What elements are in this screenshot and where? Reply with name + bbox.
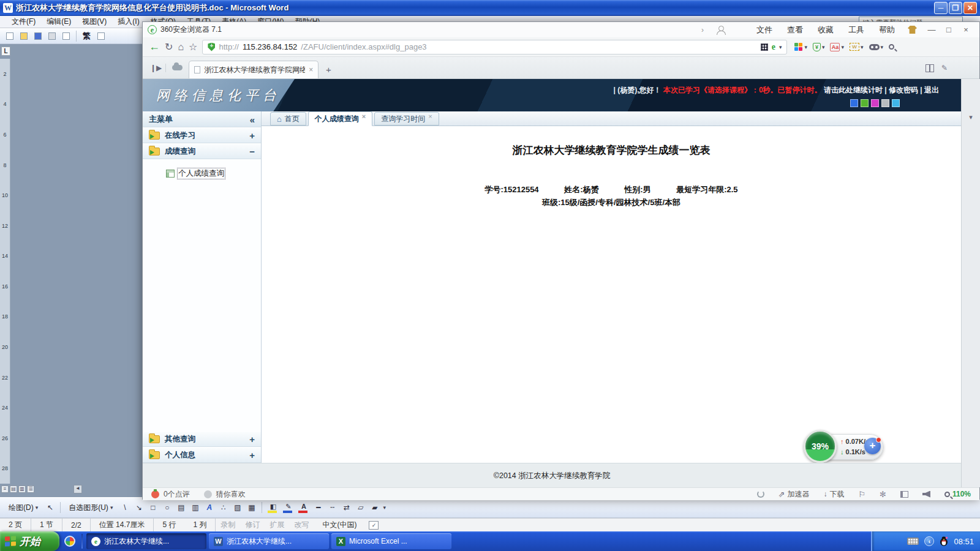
arrow-tool-icon[interactable]: ↘: [133, 502, 145, 514]
chevron-right-icon[interactable]: ›: [695, 26, 710, 34]
note-pen-icon[interactable]: ✎: [941, 64, 948, 72]
diagram-icon[interactable]: ∴: [217, 502, 229, 514]
browser-close-button[interactable]: ×: [957, 25, 974, 34]
games-button[interactable]: ▾: [869, 44, 884, 50]
change-password-link[interactable]: 修改密码: [889, 86, 918, 94]
report-site-button[interactable]: ⚐: [858, 490, 865, 499]
hscroll-left-arrow[interactable]: ◄: [74, 485, 82, 493]
autoshapes-menu-button[interactable]: 自选图形(U) ▾: [65, 501, 116, 514]
sidebar-item-personal-score-query[interactable]: 个人成绩查询: [166, 168, 225, 179]
cloud-sync-icon[interactable]: [172, 65, 183, 70]
refresh-icon[interactable]: ↻: [165, 41, 173, 53]
gauge-add-button[interactable]: +: [864, 438, 881, 454]
qr-code-icon[interactable]: [761, 43, 768, 51]
oval-tool-icon[interactable]: ○: [161, 502, 173, 514]
logout-link[interactable]: 退出: [924, 86, 939, 94]
browser-tab[interactable]: 浙江农林大学继续教育学院网络信息化 ×: [189, 61, 318, 78]
task-browser[interactable]: e 浙江农林大学继续...: [86, 533, 206, 549]
tab-close-icon[interactable]: ×: [362, 113, 366, 120]
comments-count[interactable]: 0个点评: [164, 489, 190, 500]
speed-gauge-widget[interactable]: ↑ 0.07K/s ↓ 0.1K/s 39% +: [804, 429, 883, 465]
skin-color-swatch[interactable]: [892, 99, 900, 107]
word-menu-item[interactable]: 视图(V): [77, 15, 112, 28]
save-icon[interactable]: [32, 30, 44, 42]
search-icon[interactable]: [889, 44, 894, 50]
word-menu-item[interactable]: 编辑(E): [41, 15, 77, 28]
word-menu-item[interactable]: 插入(I): [112, 15, 145, 28]
skin-button-icon[interactable]: [908, 26, 917, 34]
tab-overflow-icon[interactable]: ▾: [962, 113, 980, 121]
skin-color-swatch[interactable]: [871, 99, 879, 107]
browser-menu-item[interactable]: 工具: [842, 24, 871, 36]
browser-menu-item[interactable]: 文件: [750, 24, 779, 36]
font-color-button[interactable]: A: [297, 502, 310, 514]
skin-color-swatch[interactable]: [881, 99, 889, 107]
url-input[interactable]: http:// 115.236.84.152 /ZAFU/client/inde…: [202, 40, 787, 54]
sidebar-item-online-study[interactable]: 在线学习 +: [143, 127, 261, 143]
web-layout-view-button[interactable]: ▤: [10, 485, 17, 493]
back-icon[interactable]: ←: [149, 40, 160, 53]
translate-button[interactable]: Aa ▾: [830, 43, 844, 51]
guess-like-icon[interactable]: [204, 490, 212, 498]
shadow-style-icon[interactable]: ▱: [355, 502, 366, 514]
toolbar-overflow-icon[interactable]: ▾: [383, 504, 386, 511]
zoom-control[interactable]: 110%: [944, 490, 971, 498]
print-preview-icon[interactable]: [60, 30, 72, 42]
keyboard-tray-icon[interactable]: [907, 538, 919, 545]
tab-close-icon[interactable]: ×: [309, 66, 313, 74]
download-manager-button[interactable]: ↓ 下载: [823, 489, 844, 500]
browser-menu-item[interactable]: 收藏: [811, 24, 840, 36]
new-document-icon[interactable]: [4, 30, 16, 42]
tab-personal-score-query[interactable]: 个人成绩查询 ×: [308, 111, 372, 126]
threed-style-icon[interactable]: ▰: [369, 502, 380, 514]
new-tab-button[interactable]: +: [321, 63, 336, 77]
rectangle-tool-icon[interactable]: □: [147, 502, 159, 514]
outline-view-button[interactable]: ☰: [27, 485, 34, 493]
screenshot-button[interactable]: W ▾: [850, 43, 864, 51]
home-icon[interactable]: ⌂: [178, 42, 184, 53]
browser-menu-item[interactable]: 帮助: [872, 24, 902, 36]
open-file-icon[interactable]: [18, 30, 30, 42]
skin-color-swatch[interactable]: [850, 99, 858, 107]
sidebar-collapse-icon[interactable]: «: [250, 114, 255, 125]
line-tool-icon[interactable]: \: [119, 502, 130, 514]
word-minimize-button[interactable]: ─: [934, 2, 948, 14]
wordart-icon[interactable]: A: [203, 502, 215, 514]
memory-percent-ball[interactable]: 39%: [804, 430, 837, 463]
tab-study-time-query[interactable]: 查询学习时间 ×: [374, 112, 439, 126]
dash-style-icon[interactable]: ╌: [326, 502, 338, 514]
review-tomato-icon[interactable]: [151, 490, 159, 498]
reading-mode-button[interactable]: [900, 491, 908, 498]
split-screen-icon[interactable]: [925, 64, 934, 71]
vertical-textbox-icon[interactable]: ▥: [189, 502, 201, 514]
tab-list-toggle-icon[interactable]: ❙▶: [146, 64, 166, 72]
url-dropdown-icon[interactable]: ▾: [779, 44, 782, 50]
app-market-button[interactable]: ▾: [794, 43, 807, 51]
resume-timing-link[interactable]: 请击此处继续计时: [824, 86, 883, 94]
browser-menu-item[interactable]: 查看: [780, 24, 810, 36]
user-account-icon[interactable]: [717, 26, 730, 34]
ie-compat-mode-icon[interactable]: e: [772, 42, 775, 52]
sidebar-item-other-query[interactable]: 其他查询 +: [143, 431, 261, 447]
sidebar-item-personal-info[interactable]: 个人信息 +: [143, 447, 261, 463]
traditional-chinese-button[interactable]: 繁: [80, 31, 93, 42]
expand-icon[interactable]: +: [249, 130, 255, 141]
word-close-button[interactable]: ✕: [963, 2, 977, 14]
start-button[interactable]: 开始: [0, 531, 59, 551]
sidebar-item-score-query[interactable]: 成绩查询 −: [143, 143, 261, 159]
draw-menu-button[interactable]: 绘图(D) ▾: [5, 501, 42, 514]
skin-color-swatch[interactable]: [861, 99, 869, 107]
guess-you-like-label[interactable]: 猜你喜欢: [216, 489, 246, 500]
clean-trace-button[interactable]: ✻: [880, 490, 886, 499]
normal-view-button[interactable]: ≡: [1, 485, 9, 493]
expand-icon[interactable]: +: [249, 450, 255, 460]
tray-collapse-icon[interactable]: ‹: [924, 536, 934, 546]
word-menu-item[interactable]: 文件(F): [6, 15, 41, 28]
arrow-style-icon[interactable]: ⇄: [341, 502, 352, 514]
toolbar-extra-icon[interactable]: [95, 30, 107, 42]
tab-home[interactable]: ⌂ 首页: [270, 112, 306, 126]
clipart-icon[interactable]: ▧: [232, 502, 243, 514]
collapse-icon[interactable]: −: [249, 146, 255, 157]
site-safety-shield-icon[interactable]: [208, 43, 215, 51]
qq-penguin-icon[interactable]: [940, 536, 948, 546]
